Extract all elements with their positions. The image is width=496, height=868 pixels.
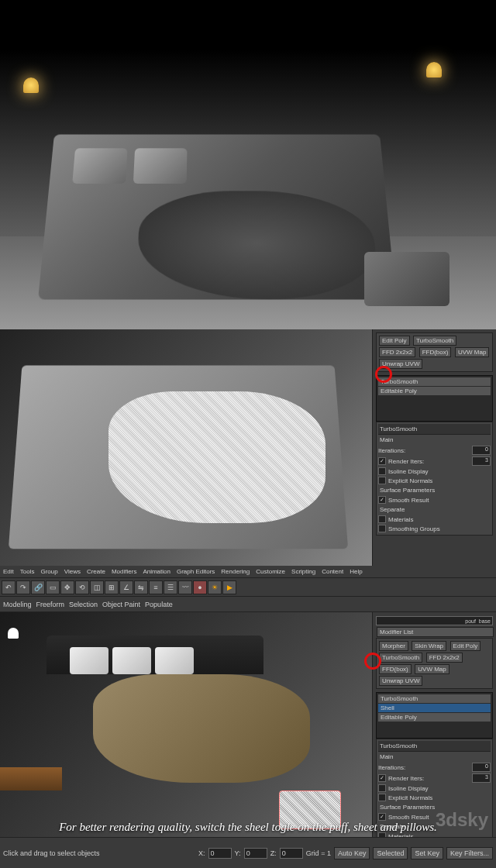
smooth-result-checkbox[interactable] (378, 496, 386, 504)
render-icon[interactable]: ▶ (222, 580, 236, 594)
mod-btn[interactable]: UVW Map (455, 347, 489, 357)
menu-item[interactable]: Tools (20, 568, 35, 575)
z-coord-input[interactable] (280, 848, 303, 859)
render-iters-spinner[interactable]: 3 (472, 773, 491, 783)
top-render-viewport (0, 0, 496, 329)
mod-btn[interactable]: TurboSmooth (379, 653, 422, 663)
blanket-mesh (108, 391, 326, 523)
stack-item[interactable]: Editable Poly (378, 387, 491, 395)
materials-checkbox[interactable] (378, 515, 386, 523)
section-label: Separate (378, 505, 491, 515)
align-icon[interactable]: ≡ (149, 580, 163, 594)
menu-item[interactable]: Animation (143, 568, 170, 575)
undo-icon[interactable]: ↶ (2, 580, 16, 594)
rollout-header[interactable]: TurboSmooth (378, 741, 491, 752)
stack-item-selected[interactable]: Shell (378, 704, 491, 712)
tab[interactable]: Populate (145, 601, 173, 608)
iterations-spinner[interactable]: 0 (472, 446, 491, 455)
render-iters-checkbox[interactable] (378, 457, 386, 465)
menu-item[interactable]: Rendering (221, 568, 250, 575)
modifier-stack[interactable]: TurboSmooth Editable Poly (376, 375, 493, 422)
autokey-button[interactable]: Auto Key (334, 847, 370, 859)
mod-btn[interactable]: Morpher (379, 641, 408, 651)
stack-item[interactable]: TurboSmooth (378, 377, 491, 386)
mod-btn[interactable]: Unwrap UVW (379, 676, 422, 686)
menu-bar: Edit Tools Group Views Create Modifiers … (0, 566, 496, 578)
wireframe-viewport[interactable] (0, 329, 372, 566)
move-icon[interactable]: ✥ (60, 580, 74, 594)
snap-icon[interactable]: ⊞ (105, 580, 119, 594)
grid-label: Grid = 1 (306, 849, 331, 857)
mod-btn[interactable]: FFD 2x2x2 (426, 653, 463, 663)
menu-item[interactable]: Content (322, 568, 343, 575)
status-bar: Click and drag to select objects X: Y: Z… (0, 837, 496, 868)
select-icon[interactable]: ▭ (46, 580, 60, 594)
isoline-checkbox[interactable] (378, 784, 386, 792)
mod-btn[interactable]: Edit Poly (379, 336, 410, 346)
stack-item[interactable]: TurboSmooth (378, 694, 491, 703)
stack-item[interactable]: Editable Poly (378, 713, 491, 722)
iterations-spinner[interactable]: 0 (472, 763, 491, 772)
menu-item[interactable]: Create (87, 568, 105, 575)
explicit-checkbox[interactable] (378, 794, 386, 801)
lamp (8, 628, 23, 659)
setkey-button[interactable]: Set Key (411, 847, 443, 859)
command-panel: Modifier List Morpher Skin Wrap Edit Pol… (372, 612, 496, 837)
mod-btn[interactable]: FFD 2x2x2 (379, 347, 415, 357)
curve-editor-icon[interactable]: 〰 (178, 580, 192, 594)
selected-dropdown[interactable]: Selected (373, 847, 408, 859)
tab[interactable]: Modeling (3, 601, 32, 608)
perspective-viewport[interactable] (0, 612, 372, 837)
y-coord-input[interactable] (244, 848, 267, 859)
explicit-checkbox[interactable] (378, 477, 386, 484)
menu-item[interactable]: Customize (256, 568, 285, 575)
keyfilters-button[interactable]: Key Filters... (446, 847, 493, 859)
tab[interactable]: Freeform (36, 601, 65, 608)
layer-icon[interactable]: ☰ (164, 580, 177, 594)
link-icon[interactable]: 🔗 (31, 580, 45, 594)
mirror-icon[interactable]: ⇋ (134, 580, 148, 594)
menu-item[interactable]: Views (64, 568, 81, 575)
render-iters-spinner[interactable]: 3 (472, 456, 491, 466)
scale-icon[interactable]: ◫ (90, 580, 104, 594)
mod-btn[interactable]: TurboSmooth (413, 336, 456, 346)
mod-btn[interactable]: FFD(box) (419, 347, 452, 357)
section-label: Main (378, 752, 491, 762)
rotate-icon[interactable]: ⟲ (75, 580, 89, 594)
menu-item[interactable]: Modifiers (112, 568, 136, 575)
isoline-label: Isoline Display (388, 785, 429, 792)
render-iters-checkbox[interactable] (378, 774, 386, 782)
side-table (0, 767, 62, 790)
menu-item[interactable]: Graph Editors (177, 568, 215, 575)
pillow (72, 148, 127, 184)
smgroups-label: Smoothing Groups (388, 525, 440, 532)
x-coord-input[interactable] (208, 848, 232, 859)
mod-btn[interactable]: Edit Poly (450, 641, 481, 651)
tab[interactable]: Object Paint (102, 601, 140, 608)
mod-btn[interactable]: UVW Map (415, 664, 449, 674)
tab[interactable]: Selection (69, 601, 98, 608)
modifier-list-dropdown[interactable]: Modifier List (377, 627, 494, 637)
smooth-result-checkbox[interactable] (378, 813, 386, 821)
isoline-checkbox[interactable] (378, 467, 386, 475)
explicit-label: Explicit Normals (388, 477, 432, 484)
mod-btn[interactable]: FFD(box) (379, 664, 412, 674)
menu-item[interactable]: Scripting (291, 568, 315, 575)
blanket (136, 191, 380, 299)
redo-icon[interactable]: ↷ (16, 580, 30, 594)
object-name-field[interactable] (376, 616, 493, 625)
section-label: Surface Parameters (378, 485, 491, 495)
rollout-header[interactable]: TurboSmooth (378, 424, 491, 435)
render-setup-icon[interactable]: ☀ (208, 580, 222, 594)
menu-item[interactable]: Help (350, 568, 362, 575)
middle-viewport-row: Edit Poly TurboSmooth FFD 2x2x2 FFD(box)… (0, 329, 496, 566)
menu-item[interactable]: Edit (3, 568, 14, 575)
material-icon[interactable]: ● (193, 580, 207, 594)
angle-snap-icon[interactable]: ∠ (119, 580, 133, 594)
section-label: Main (378, 435, 491, 445)
modifier-stack[interactable]: TurboSmooth Shell Editable Poly (376, 692, 493, 739)
menu-item[interactable]: Group (40, 568, 57, 575)
smgroups-checkbox[interactable] (378, 525, 386, 532)
bottom-3dsmax-window: Edit Tools Group Views Create Modifiers … (0, 566, 496, 868)
mod-btn[interactable]: Skin Wrap (412, 641, 446, 651)
